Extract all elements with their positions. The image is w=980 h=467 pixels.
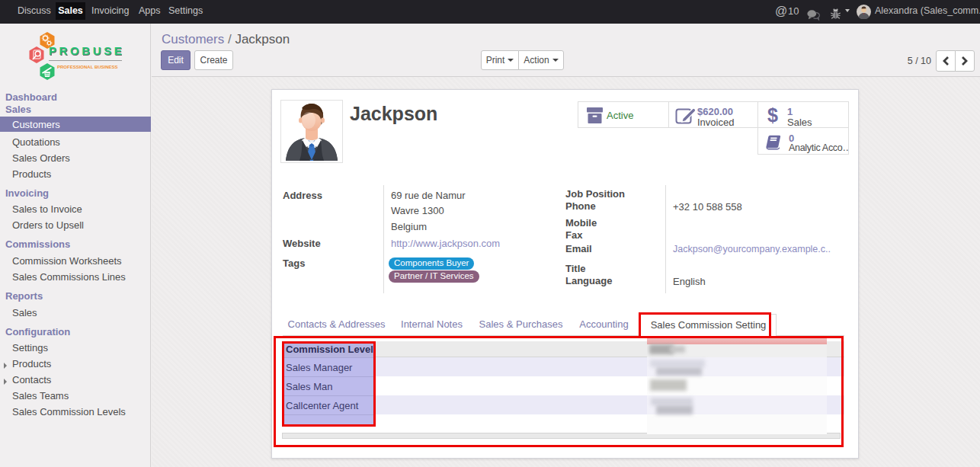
- svg-text:PROFESSIONAL BUSINESS: PROFESSIONAL BUSINESS: [57, 65, 118, 69]
- svg-text:PROBUSE: PROBUSE: [49, 44, 124, 57]
